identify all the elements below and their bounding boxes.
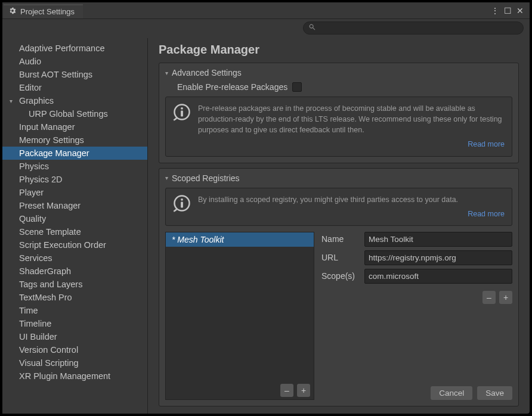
save-button[interactable]: Save xyxy=(477,386,512,400)
sidebar-item-preset-manager[interactable]: Preset Manager xyxy=(2,199,147,212)
sidebar-item-label: Preset Manager xyxy=(19,201,81,210)
sidebar-item-graphics[interactable]: Graphics xyxy=(2,94,147,107)
scoped-info-text: By installing a scoped registry, you mig… xyxy=(198,194,505,205)
sidebar-item-label: UI Builder xyxy=(19,332,57,342)
prerelease-readmore-link[interactable]: Read more xyxy=(468,139,505,150)
sidebar-item-label: Services xyxy=(19,253,52,263)
remove-registry-button[interactable]: – xyxy=(280,384,293,397)
sidebar-item-label: Version Control xyxy=(19,345,78,355)
sidebar-item-audio[interactable]: Audio xyxy=(2,55,147,68)
prerelease-info-text: Pre-release packages are in the process … xyxy=(198,103,505,135)
sidebar-item-label: Physics xyxy=(19,162,49,171)
window-controls: ⋮ ☐ ✕ xyxy=(491,6,530,15)
sidebar-item-label: ShaderGraph xyxy=(19,266,71,276)
sidebar-item-scene-template[interactable]: Scene Template xyxy=(2,225,147,238)
svg-rect-5 xyxy=(181,201,183,207)
registry-list-item[interactable]: * Mesh Toolkit xyxy=(166,232,314,247)
sidebar-item-quality[interactable]: Quality xyxy=(2,212,147,225)
form-actions: Cancel Save xyxy=(321,386,512,400)
sidebar-item-label: Graphics xyxy=(19,96,54,105)
search-field[interactable] xyxy=(303,21,524,35)
svg-rect-2 xyxy=(181,111,183,117)
gear-icon xyxy=(8,7,17,17)
sidebar-item-tags-and-layers[interactable]: Tags and Layers xyxy=(2,278,147,291)
svg-point-1 xyxy=(181,107,183,110)
main-panel: Package Manager Advanced Settings Enable… xyxy=(148,38,530,414)
sidebar-item-label: Editor xyxy=(19,83,42,92)
url-label: URL xyxy=(321,253,364,262)
close-icon[interactable]: ✕ xyxy=(516,6,524,15)
add-scope-button[interactable]: + xyxy=(499,291,512,304)
sidebar-item-urp-global-settings[interactable]: URP Global Settings xyxy=(2,107,147,120)
sidebar-item-label: URP Global Settings xyxy=(29,109,108,119)
scopes-label: Scope(s) xyxy=(321,271,364,281)
sidebar-item-input-manager[interactable]: Input Manager xyxy=(2,120,147,134)
sidebar-item-label: Tags and Layers xyxy=(19,280,82,289)
search-input[interactable] xyxy=(320,24,518,32)
sidebar-item-editor[interactable]: Editor xyxy=(2,81,147,94)
sidebar-item-physics-2d[interactable]: Physics 2D xyxy=(2,173,147,186)
menu-icon[interactable]: ⋮ xyxy=(491,6,499,15)
sidebar-item-label: Time xyxy=(19,306,38,315)
sidebar-item-shadergraph[interactable]: ShaderGraph xyxy=(2,265,147,278)
sidebar-item-label: Player xyxy=(19,188,44,197)
info-icon xyxy=(173,103,191,124)
sidebar-item-visual-scripting[interactable]: Visual Scripting xyxy=(2,356,147,370)
sidebar-item-label: XR Plugin Management xyxy=(19,371,110,381)
sidebar-item-xr-plugin-management[interactable]: XR Plugin Management xyxy=(2,370,147,383)
remove-scope-button[interactable]: – xyxy=(482,291,496,304)
sidebar-item-services[interactable]: Services xyxy=(2,252,147,265)
advanced-settings-panel: Advanced Settings Enable Pre-release Pac… xyxy=(159,63,519,163)
scoped-infobox: By installing a scoped registry, you mig… xyxy=(165,188,512,226)
sidebar-item-label: Audio xyxy=(19,57,41,66)
sidebar-item-memory-settings[interactable]: Memory Settings xyxy=(2,134,147,147)
registry-url-input[interactable] xyxy=(364,250,512,265)
sidebar-item-version-control[interactable]: Version Control xyxy=(2,343,147,356)
sidebar-item-textmesh-pro[interactable]: TextMesh Pro xyxy=(2,291,147,304)
registry-list: * Mesh Toolkit – + xyxy=(165,232,314,400)
project-settings-tab[interactable]: Project Settings xyxy=(4,4,83,18)
sidebar-item-label: Scene Template xyxy=(19,227,81,237)
sidebar-item-package-manager[interactable]: Package Manager xyxy=(2,147,147,160)
advanced-settings-header[interactable]: Advanced Settings xyxy=(165,68,512,77)
maximize-icon[interactable]: ☐ xyxy=(504,6,512,15)
sidebar-item-label: Quality xyxy=(19,214,46,223)
prerelease-row: Enable Pre-release Packages xyxy=(165,82,512,92)
sidebar-item-label: Timeline xyxy=(19,319,51,328)
registry-form: Name URL Scope(s) – + xyxy=(321,232,512,400)
sidebar-item-time[interactable]: Time xyxy=(2,304,147,317)
sidebar-item-timeline[interactable]: Timeline xyxy=(2,317,147,330)
scoped-registries-header[interactable]: Scoped Registries xyxy=(165,173,512,183)
sidebar-item-label: Physics 2D xyxy=(19,175,63,184)
sidebar-item-label: Memory Settings xyxy=(19,135,84,145)
sidebar-item-label: TextMesh Pro xyxy=(19,293,72,302)
settings-sidebar: Adaptive PerformanceAudioBurst AOT Setti… xyxy=(2,38,148,414)
sidebar-item-burst-aot-settings[interactable]: Burst AOT Settings xyxy=(2,68,147,81)
sidebar-item-label: Input Manager xyxy=(19,122,75,132)
add-registry-button[interactable]: + xyxy=(297,384,310,397)
scoped-registries-panel: Scoped Registries By installing a scoped… xyxy=(159,168,519,407)
sidebar-item-script-execution-order[interactable]: Script Execution Order xyxy=(2,238,147,252)
cancel-button[interactable]: Cancel xyxy=(431,386,472,400)
sidebar-item-adaptive-performance[interactable]: Adaptive Performance xyxy=(2,42,147,55)
prerelease-label: Enable Pre-release Packages xyxy=(177,82,287,92)
prerelease-infobox: Pre-release packages are in the process … xyxy=(165,97,512,157)
svg-point-4 xyxy=(181,198,183,200)
registry-name-input[interactable] xyxy=(364,232,512,247)
body: Adaptive PerformanceAudioBurst AOT Setti… xyxy=(2,38,530,414)
sidebar-item-physics[interactable]: Physics xyxy=(2,160,147,173)
sidebar-item-label: Package Manager xyxy=(19,148,89,158)
info-icon xyxy=(173,194,191,215)
prerelease-checkbox[interactable] xyxy=(292,82,302,92)
sidebar-item-player[interactable]: Player xyxy=(2,186,147,199)
titlebar: Project Settings ⋮ ☐ ✕ xyxy=(2,2,530,19)
scoped-readmore-link[interactable]: Read more xyxy=(468,209,505,219)
advanced-settings-label: Advanced Settings xyxy=(172,68,242,77)
scope-buttons: – + xyxy=(321,291,512,304)
page-title: Package Manager xyxy=(159,43,519,57)
sidebar-item-ui-builder[interactable]: UI Builder xyxy=(2,330,147,343)
scoped-registries-label: Scoped Registries xyxy=(172,173,240,183)
registry-scope-input[interactable] xyxy=(364,269,512,284)
sidebar-item-label: Burst AOT Settings xyxy=(19,70,92,79)
sidebar-item-label: Script Execution Order xyxy=(19,240,106,250)
